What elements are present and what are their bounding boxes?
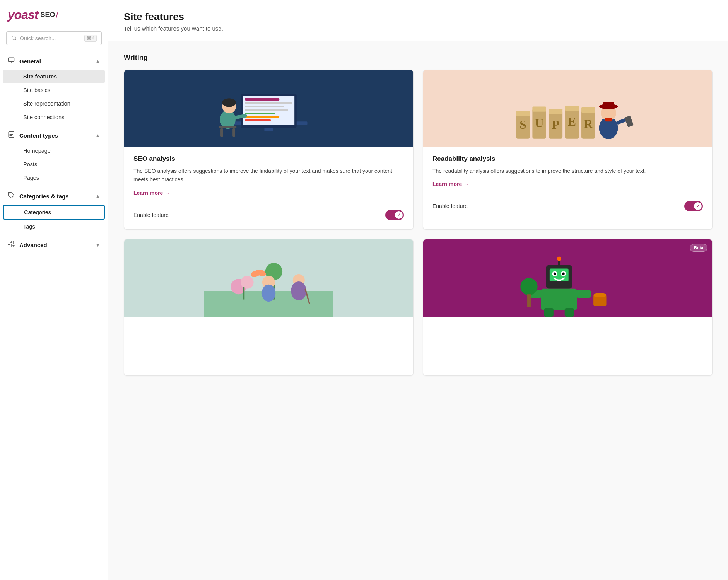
search-box[interactable]: Quick search... ⌘K (6, 31, 102, 45)
third-card-title (133, 324, 404, 334)
card-fourth-feature: Beta (423, 239, 713, 376)
svg-text:R: R (584, 117, 593, 131)
svg-rect-82 (565, 308, 574, 317)
readability-learn-more[interactable]: Learn more → (432, 181, 469, 187)
svg-text:E: E (568, 115, 576, 128)
fourth-card-title (432, 324, 703, 334)
svg-point-66 (262, 284, 276, 301)
content-types-section-title: Content types (19, 132, 58, 139)
general-chevron-icon: ▲ (95, 58, 100, 64)
readability-learn-more-text: Learn more (432, 181, 462, 187)
readability-enable-row: Enable feature ✓ (432, 201, 703, 211)
nav-item-homepage[interactable]: Homepage (3, 144, 105, 157)
seo-learn-more-arrow: → (164, 190, 170, 196)
svg-rect-47 (565, 106, 579, 111)
third-card-body (124, 317, 413, 375)
svg-rect-29 (245, 119, 271, 121)
logo-area: yoast SEO / (0, 0, 108, 28)
nav-section-content-types: Content types ▲ Homepage Posts Pages (0, 127, 108, 186)
svg-point-87 (520, 278, 537, 295)
page-header: Site features Tell us which features you… (108, 0, 728, 41)
svg-rect-50 (581, 107, 595, 113)
svg-point-32 (222, 98, 236, 107)
nav-item-posts[interactable]: Posts (3, 158, 105, 171)
logo-slash: / (56, 10, 58, 20)
nav-section-header-left-content-types: Content types (8, 131, 58, 140)
svg-rect-26 (245, 109, 288, 111)
seo-enable-label: Enable feature (133, 212, 169, 218)
svg-rect-24 (245, 102, 292, 104)
nav-section-header-advanced[interactable]: Advanced ▼ (0, 237, 108, 253)
nav-section-categories-tags: Categories & tags ▲ Categories Tags (0, 188, 108, 235)
nav-item-site-connections[interactable]: Site connections (3, 111, 105, 124)
seo-analysis-learn-more[interactable]: Learn more → (133, 190, 170, 196)
svg-rect-78 (541, 289, 577, 310)
svg-rect-62 (243, 287, 244, 299)
svg-rect-56 (605, 118, 612, 121)
fourth-illustration: Beta (423, 239, 712, 317)
seo-analysis-toggle[interactable]: ✓ (385, 210, 404, 220)
svg-rect-41 (532, 106, 546, 111)
fourth-card-body (423, 317, 712, 347)
svg-rect-38 (516, 111, 530, 116)
seo-learn-more-text: Learn more (133, 190, 163, 196)
svg-text:P: P (552, 118, 559, 131)
svg-rect-55 (603, 102, 614, 108)
seo-toggle-check-icon: ✓ (397, 213, 400, 217)
logo-yoast: yoast (8, 8, 38, 22)
svg-rect-34 (219, 126, 236, 128)
general-section-title: General (19, 58, 41, 65)
nav-section-general: General ▲ Site features Site basics Site… (0, 53, 108, 126)
nav-section-header-left-categories-tags: Categories & tags (8, 192, 69, 201)
card-seo-analysis: SEO analysis The SEO analysis offers sug… (124, 70, 414, 230)
nav-item-site-basics[interactable]: Site basics (3, 84, 105, 97)
logo-seo: SEO (41, 11, 55, 19)
third-illustration (124, 239, 413, 317)
svg-rect-36 (232, 128, 235, 137)
readability-analysis-toggle[interactable]: ✓ (684, 201, 703, 211)
readability-illustration: S U P E (423, 70, 712, 147)
nav-section-header-general[interactable]: General ▲ (0, 53, 108, 70)
readability-title: Readability analysis (432, 155, 703, 163)
svg-rect-25 (245, 106, 284, 107)
seo-card-divider (133, 203, 404, 203)
document-icon (8, 131, 15, 140)
nav-section-header-categories-tags[interactable]: Categories & tags ▲ (0, 188, 108, 205)
card-readability-analysis: S U P E (423, 70, 713, 230)
nav-item-site-features[interactable]: Site features (3, 70, 105, 83)
seo-analysis-title: SEO analysis (133, 155, 404, 163)
content-types-nav-items: Homepage Posts Pages (0, 144, 108, 186)
categories-tags-nav-items: Categories Tags (0, 205, 108, 235)
nav-section-header-content-types[interactable]: Content types ▲ (0, 127, 108, 144)
search-placeholder-text: Quick search... (20, 35, 81, 41)
nav-item-categories[interactable]: Categories (3, 205, 105, 220)
svg-point-76 (554, 272, 556, 275)
svg-point-70 (291, 281, 306, 300)
svg-rect-2 (9, 58, 14, 62)
nav-section-header-left-general: General (8, 57, 41, 66)
seo-analysis-illustration (124, 70, 413, 147)
svg-point-77 (562, 272, 565, 275)
seo-analysis-description: The SEO analysis offers suggestions to i… (133, 167, 404, 184)
advanced-section-title: Advanced (19, 242, 47, 248)
svg-rect-28 (245, 116, 279, 118)
readability-card-divider (432, 194, 703, 194)
content-area: Writing (108, 41, 728, 397)
nav-section-header-left-advanced: Advanced (8, 241, 47, 249)
tag-icon (8, 192, 15, 201)
main-content: Site features Tell us which features you… (108, 0, 728, 580)
svg-point-86 (593, 293, 606, 297)
nav-item-pages[interactable]: Pages (3, 171, 105, 184)
svg-point-84 (557, 256, 561, 261)
logo: yoast SEO / (8, 8, 100, 22)
advanced-chevron-icon: ▼ (95, 242, 100, 248)
nav-item-tags[interactable]: Tags (3, 220, 105, 233)
svg-point-61 (241, 276, 253, 288)
seo-enable-row: Enable feature ✓ (133, 210, 404, 220)
readability-learn-more-arrow: → (463, 181, 469, 187)
sidebar: yoast SEO / Quick search... ⌘K (0, 0, 108, 580)
sliders-icon (8, 241, 15, 249)
svg-rect-27 (245, 113, 275, 114)
nav-item-site-representation[interactable]: Site representation (3, 97, 105, 110)
svg-text:S: S (520, 118, 526, 131)
